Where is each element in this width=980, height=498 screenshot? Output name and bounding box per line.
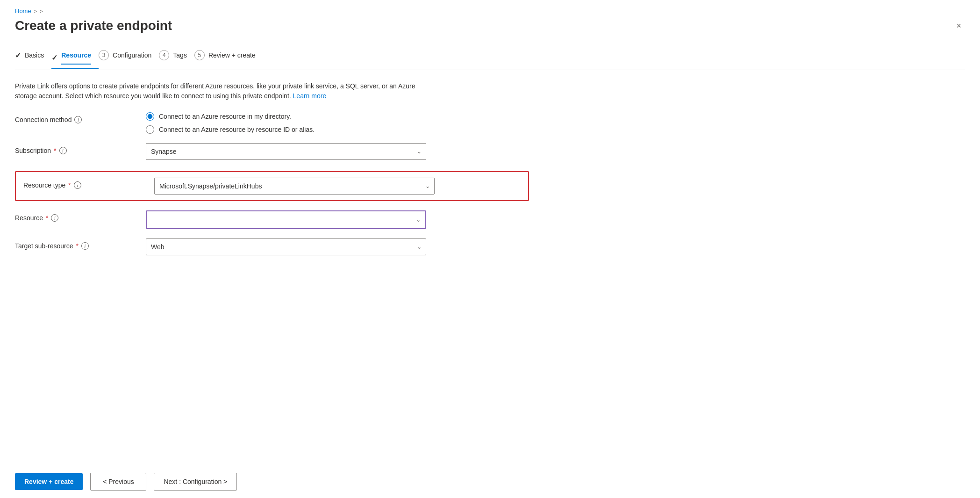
subscription-control: Synapse ⌄ — [146, 143, 529, 160]
radio-option-resourceid[interactable]: Connect to an Azure resource by resource… — [146, 125, 529, 134]
resource-type-required: * — [68, 181, 71, 189]
resource-control: ⌄ — [146, 210, 529, 229]
step-review[interactable]: 5 Review + create — [194, 46, 263, 64]
connection-method-info-icon[interactable]: i — [74, 116, 82, 123]
resource-select[interactable] — [147, 211, 425, 228]
page-title: Create a private endpoint — [15, 18, 172, 33]
resource-type-label-text: Resource type — [23, 181, 65, 189]
wizard-steps: ✓ Basics ✓ Resource 3 Configuration 4 Ta… — [15, 46, 965, 70]
resource-row: Resource * i ⌄ — [15, 210, 529, 229]
step-check-resource: ✓ — [51, 53, 57, 62]
target-sub-resource-row: Target sub-resource * i Web ⌄ — [15, 238, 529, 257]
radio-group-connection: Connect to an Azure resource in my direc… — [146, 112, 529, 134]
resource-info-icon[interactable]: i — [51, 214, 58, 222]
target-sub-resource-info-icon[interactable]: i — [81, 242, 89, 250]
target-sub-resource-label-text: Target sub-resource — [15, 242, 73, 250]
breadcrumb-sep2: > — [40, 8, 43, 14]
connection-method-label-text: Connection method — [15, 116, 72, 123]
connection-method-control: Connect to an Azure resource in my direc… — [146, 112, 529, 134]
subscription-label: Subscription * i — [15, 143, 146, 154]
target-sub-resource-select-wrapper: Web ⌄ — [146, 238, 426, 255]
resource-type-select[interactable]: Microsoft.Synapse/privateLinkHubs — [154, 178, 435, 195]
step-basics[interactable]: ✓ Basics — [15, 47, 51, 64]
close-button[interactable]: × — [952, 19, 965, 33]
resource-type-info-icon[interactable]: i — [74, 181, 81, 189]
step-circle-configuration: 3 — [99, 50, 109, 60]
connection-method-label: Connection method i — [15, 112, 146, 123]
subscription-label-text: Subscription — [15, 147, 51, 154]
radio-directory[interactable] — [146, 112, 154, 121]
description: Private Link offers options to create pr… — [15, 81, 436, 101]
target-sub-resource-control: Web ⌄ — [146, 238, 529, 255]
connection-method-row: Connection method i Connect to an Azure … — [15, 112, 529, 134]
resource-required: * — [46, 214, 48, 222]
description-text: Private Link offers options to create pr… — [15, 82, 415, 100]
target-sub-resource-required: * — [76, 242, 79, 250]
step-tags[interactable]: 4 Tags — [159, 46, 194, 64]
resource-type-highlighted-row: Resource type * i Microsoft.Synapse/priv… — [15, 171, 529, 201]
step-label-tags: Tags — [173, 51, 187, 59]
footer: Review + create < Previous Next : Config… — [0, 465, 980, 498]
resource-type-control: Microsoft.Synapse/privateLinkHubs ⌄ — [154, 178, 521, 195]
next-configuration-button[interactable]: Next : Configuration > — [154, 473, 237, 491]
step-check-basics: ✓ — [15, 51, 21, 60]
resource-label: Resource * i — [15, 210, 146, 222]
step-resource[interactable]: ✓ Resource — [51, 48, 99, 69]
subscription-required: * — [54, 147, 56, 154]
resource-type-label: Resource type * i — [23, 178, 154, 189]
step-circle-review: 5 — [194, 50, 205, 60]
radio-resourceid-label: Connect to an Azure resource by resource… — [159, 126, 315, 133]
step-configuration[interactable]: 3 Configuration — [99, 46, 159, 64]
breadcrumb-home[interactable]: Home — [15, 7, 31, 14]
step-label-review: Review + create — [208, 51, 256, 59]
breadcrumb-sep1: > — [34, 8, 37, 14]
target-sub-resource-select[interactable]: Web — [146, 238, 426, 255]
target-sub-resource-label: Target sub-resource * i — [15, 238, 146, 250]
breadcrumb: Home > > — [15, 7, 965, 14]
step-circle-tags: 4 — [159, 50, 169, 60]
resource-select-wrapper: ⌄ — [146, 210, 426, 229]
resource-type-select-wrapper: Microsoft.Synapse/privateLinkHubs ⌄ — [154, 178, 435, 195]
page-header: Create a private endpoint × — [15, 18, 965, 33]
review-create-button[interactable]: Review + create — [15, 473, 83, 490]
subscription-info-icon[interactable]: i — [59, 147, 67, 154]
learn-more-link[interactable]: Learn more — [293, 92, 327, 100]
step-label-configuration: Configuration — [113, 51, 151, 59]
radio-resourceid[interactable] — [146, 125, 154, 134]
subscription-select[interactable]: Synapse — [146, 143, 426, 160]
radio-directory-label: Connect to an Azure resource in my direc… — [159, 113, 291, 120]
step-label-basics: Basics — [25, 51, 44, 59]
subscription-select-wrapper: Synapse ⌄ — [146, 143, 426, 160]
radio-option-directory[interactable]: Connect to an Azure resource in my direc… — [146, 112, 529, 121]
step-label-resource: Resource — [61, 51, 91, 65]
subscription-row: Subscription * i Synapse ⌄ — [15, 143, 529, 162]
resource-label-text: Resource — [15, 214, 43, 222]
previous-button[interactable]: < Previous — [90, 473, 146, 491]
form-section: Connection method i Connect to an Azure … — [15, 112, 529, 257]
